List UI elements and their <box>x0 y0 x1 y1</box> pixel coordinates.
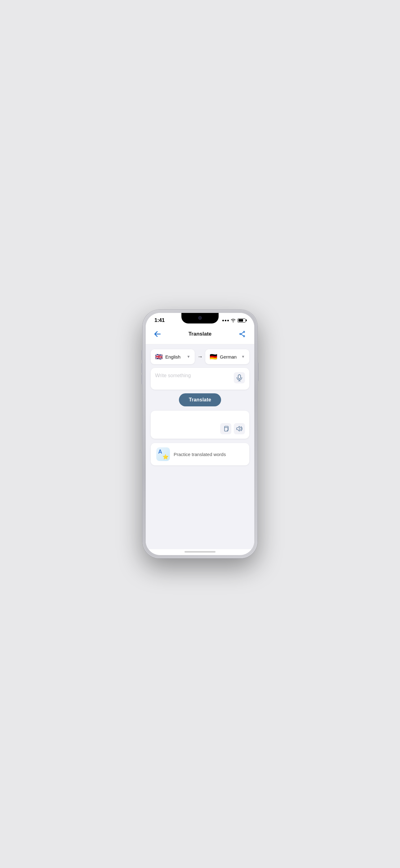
speak-button[interactable] <box>234 423 245 434</box>
share-button[interactable] <box>237 329 248 340</box>
phone-frame: 1:41 <box>143 310 257 558</box>
main-content: 🇬🇧 English ▼ → 🇩🇪 German ▼ Write somethi… <box>146 344 254 549</box>
battery-icon <box>237 318 245 322</box>
input-area: Write something <box>151 368 249 390</box>
source-chevron-icon: ▼ <box>187 354 190 359</box>
target-language-name: German <box>220 354 239 360</box>
back-button[interactable] <box>152 329 163 340</box>
speaker-icon <box>236 426 242 432</box>
svg-line-3 <box>241 332 243 334</box>
wifi-icon <box>231 318 236 322</box>
translate-button[interactable]: Translate <box>179 393 221 406</box>
front-camera <box>198 316 202 320</box>
input-placeholder[interactable]: Write something <box>155 372 234 379</box>
output-area <box>151 411 249 439</box>
output-actions <box>220 423 245 434</box>
source-flag: 🇬🇧 <box>155 353 163 361</box>
source-language-selector[interactable]: 🇬🇧 English ▼ <box>151 349 195 364</box>
practice-icon: A ⭐ <box>156 447 170 461</box>
target-language-selector[interactable]: 🇩🇪 German ▼ <box>205 349 249 364</box>
svg-line-4 <box>241 334 243 336</box>
practice-label: Practice translated words <box>174 452 226 457</box>
phone-screen: 1:41 <box>146 313 254 555</box>
microphone-button[interactable] <box>234 372 245 383</box>
svg-rect-5 <box>238 375 241 379</box>
practice-card[interactable]: A ⭐ Practice translated words <box>151 443 249 465</box>
copy-button[interactable] <box>220 423 231 434</box>
target-flag: 🇩🇪 <box>210 353 218 361</box>
status-time: 1:41 <box>155 317 165 323</box>
language-arrow-icon: → <box>197 353 203 360</box>
status-icons <box>222 318 245 322</box>
notch <box>181 313 219 323</box>
language-selector-row: 🇬🇧 English ▼ → 🇩🇪 German ▼ <box>151 349 249 364</box>
microphone-icon <box>237 374 242 381</box>
home-indicator <box>185 551 215 553</box>
copy-icon <box>223 426 229 432</box>
page-title: Translate <box>189 331 212 337</box>
source-language-name: English <box>165 354 184 360</box>
nav-bar: Translate <box>146 326 254 344</box>
signal-icon <box>222 320 229 321</box>
target-chevron-icon: ▼ <box>241 354 245 359</box>
